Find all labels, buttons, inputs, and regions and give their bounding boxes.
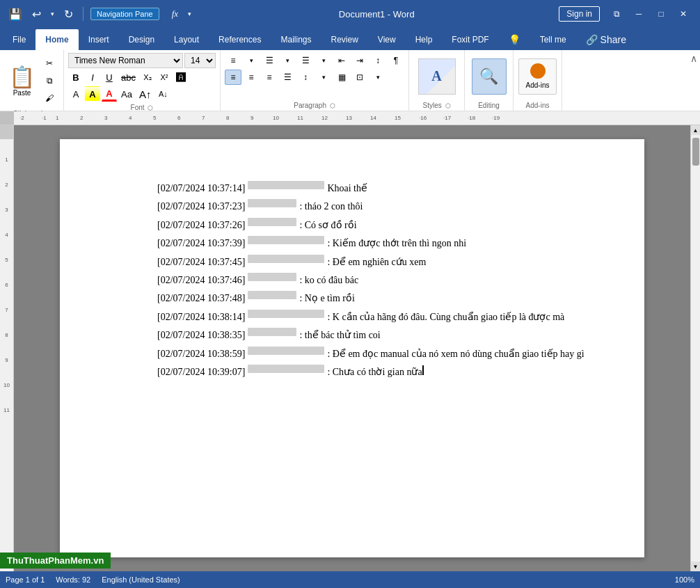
change-case-button[interactable]: Aa [118,86,135,102]
tab-share[interactable]: 🔗 Share [576,29,636,50]
addins-button[interactable]: Add-ins [518,58,557,95]
tab-view[interactable]: View [368,29,406,50]
grow-font-button[interactable]: A↑ [136,86,154,102]
name-6 [248,273,296,281]
bullets-button[interactable]: ≡ [225,53,241,68]
timestamp-2: [02/07/2024 10:37:23] [157,199,245,214]
collapse-ribbon[interactable]: ∧ [687,50,700,111]
ruler-mark: ·2 [19,115,24,121]
align-right[interactable]: ≡ [261,70,278,85]
v-ruler-mark [3,266,10,278]
timestamp-5: [02/07/2024 10:37:45] [157,255,245,270]
shrink-font-button[interactable]: A↓ [155,86,170,102]
tab-lightbulb[interactable]: 💡 [499,29,530,50]
subscript-button[interactable]: X₂ [140,70,155,85]
tab-references[interactable]: References [209,29,271,50]
font-color-button[interactable]: A [102,86,117,102]
decrease-indent[interactable]: ⇤ [333,53,350,68]
align-center[interactable]: ≡ [243,70,260,85]
font-group-label: Font ⬡ [68,102,216,111]
scroll-up-button[interactable]: ▲ [691,125,701,135]
ribbon-main: 📋 Paste ✂ ⧉ 🖌 Clipboard ⬡ [0,50,700,111]
redo-button[interactable]: ↻ [61,6,76,22]
styles-expander[interactable]: ⬡ [445,102,451,109]
text-11: : Chưa có thời gian nữa [327,365,422,380]
font-size-select[interactable]: 14 [184,53,216,68]
font-expander[interactable]: ⬡ [148,104,153,111]
tab-help[interactable]: Help [406,29,443,50]
tab-layout[interactable]: Layout [164,29,209,50]
borders-button[interactable]: ⊡ [351,70,368,85]
collapse-icon[interactable]: ∧ [690,53,697,64]
bullets-dropdown[interactable]: ▾ [243,53,260,68]
undo-dropdown[interactable]: ▾ [48,9,57,19]
line-spacing[interactable]: ↕ [297,70,314,85]
multilevel-dropdown[interactable]: ▾ [315,53,332,68]
doc-line-3: [02/07/2024 10:37:26] : Có sơ đồ rồi [157,218,589,233]
styles-gallery[interactable]: A [418,58,456,95]
strikethrough-button[interactable]: abc [118,70,138,85]
name-3 [248,218,296,226]
clear-format-button[interactable]: 🅰 [173,70,189,85]
font-group: Times New Roman 14 B I U abc X₂ X² 🅰 [64,50,221,111]
scroll-thumb[interactable] [692,138,699,166]
document-scroll[interactable]: [02/07/2024 10:37:14] Khoai thế [02/07/2… [14,125,690,571]
editing-icon: 🔍 [479,67,498,86]
undo-button[interactable]: ↩ [29,6,44,22]
justify[interactable]: ☰ [279,70,296,85]
language: English (United States) [102,575,180,584]
name-2 [248,199,296,207]
tab-insert[interactable]: Insert [79,29,119,50]
close-button[interactable]: ✕ [672,3,694,24]
save-button[interactable]: 💾 [6,6,25,22]
maximize-button[interactable]: □ [650,3,672,24]
sort-button[interactable]: ↕ [369,53,386,68]
doc-line-10: [02/07/2024 10:38:59] : Để em đọc manual… [157,347,589,362]
italic-button[interactable]: I [85,70,100,85]
v-ruler-mark: 1 [3,153,10,166]
font-name-select[interactable]: Times New Roman [68,53,183,68]
show-formatting[interactable]: ¶ [388,53,404,68]
doc-line-1: [02/07/2024 10:37:14] Khoai thế [157,181,589,196]
numbering-dropdown[interactable]: ▾ [279,53,296,68]
numbering-button[interactable]: ☰ [261,53,278,68]
text-effects-button[interactable]: A [68,86,83,102]
formula-dropdown[interactable]: ▾ [185,9,194,19]
tab-review[interactable]: Review [321,29,367,50]
tab-home[interactable]: Home [35,29,78,50]
underline-button[interactable]: U [102,70,117,85]
increase-indent[interactable]: ⇥ [351,53,368,68]
superscript-button[interactable]: X² [157,70,172,85]
editing-button[interactable]: 🔍 [472,58,507,95]
scroll-down-button[interactable]: ▼ [691,562,701,571]
highlight-color-button[interactable]: A [85,86,100,102]
line-spacing-dropdown[interactable]: ▾ [315,70,332,85]
tab-file[interactable]: File [3,29,35,50]
tab-tell-me[interactable]: Tell me [530,29,576,50]
tab-design[interactable]: Design [119,29,164,50]
borders-dropdown[interactable]: ▾ [369,70,386,85]
tab-foxit[interactable]: Foxit PDF [442,29,498,50]
minimize-button[interactable]: ─ [628,3,650,24]
sign-in-button[interactable]: Sign in [559,6,600,22]
paste-icon: 📋 [9,65,35,89]
align-left[interactable]: ≡ [225,70,241,85]
navigation-pane-button[interactable]: Navigation Pane [90,8,159,20]
copy-button[interactable]: ⧉ [41,73,58,88]
window-controls: ⧉ ─ □ ✕ [605,3,694,24]
ruler-mark: 3 [104,115,107,121]
v-ruler-mark: 9 [3,353,10,366]
format-painter-button[interactable]: 🖌 [41,90,58,106]
shading-button[interactable]: ▦ [333,70,350,85]
formula-button[interactable]: fx [169,7,181,21]
vertical-scrollbar[interactable]: ▲ ▼ [690,125,700,571]
cut-button[interactable]: ✂ [41,56,58,71]
tab-mailings[interactable]: Mailings [271,29,321,50]
multilevel-button[interactable]: ☰ [297,53,314,68]
bold-button[interactable]: B [68,70,83,85]
restore-button[interactable]: ⧉ [605,3,628,24]
paragraph-expander[interactable]: ⬡ [330,102,335,109]
paragraph-group-label: Paragraph ⬡ [225,100,404,109]
editing-group-label: Editing [469,100,509,109]
paste-button[interactable]: 📋 Paste [4,53,40,109]
